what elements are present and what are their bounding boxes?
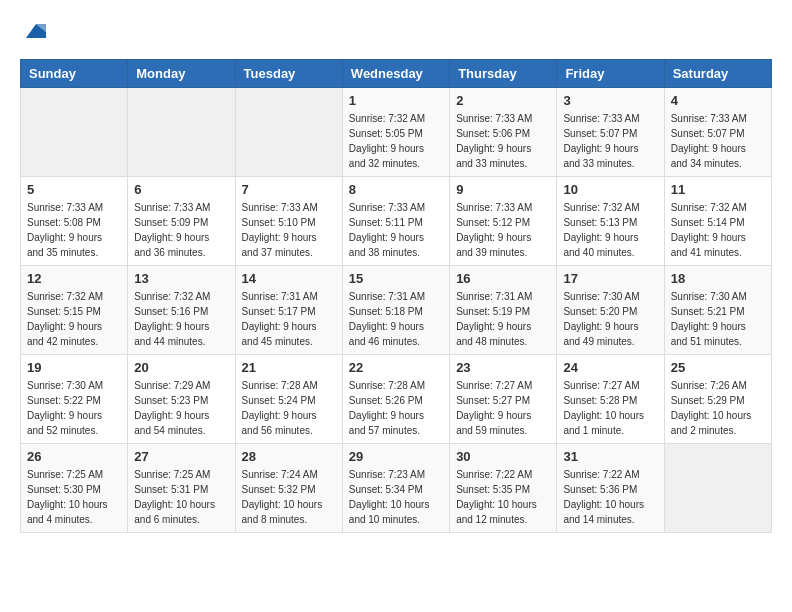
calendar-day: 18Sunrise: 7:30 AMSunset: 5:21 PMDayligh… xyxy=(664,266,771,355)
day-info: Sunrise: 7:31 AMSunset: 5:18 PMDaylight:… xyxy=(349,289,443,349)
day-number: 10 xyxy=(563,182,657,197)
calendar-day: 17Sunrise: 7:30 AMSunset: 5:20 PMDayligh… xyxy=(557,266,664,355)
calendar-day: 15Sunrise: 7:31 AMSunset: 5:18 PMDayligh… xyxy=(342,266,449,355)
calendar-day: 30Sunrise: 7:22 AMSunset: 5:35 PMDayligh… xyxy=(450,444,557,533)
calendar-day: 6Sunrise: 7:33 AMSunset: 5:09 PMDaylight… xyxy=(128,177,235,266)
day-number: 21 xyxy=(242,360,336,375)
day-info: Sunrise: 7:22 AMSunset: 5:36 PMDaylight:… xyxy=(563,467,657,527)
calendar-day: 2Sunrise: 7:33 AMSunset: 5:06 PMDaylight… xyxy=(450,88,557,177)
calendar-day: 13Sunrise: 7:32 AMSunset: 5:16 PMDayligh… xyxy=(128,266,235,355)
day-header-sunday: Sunday xyxy=(21,60,128,88)
day-info: Sunrise: 7:33 AMSunset: 5:07 PMDaylight:… xyxy=(563,111,657,171)
calendar-week-4: 19Sunrise: 7:30 AMSunset: 5:22 PMDayligh… xyxy=(21,355,772,444)
calendar-day: 22Sunrise: 7:28 AMSunset: 5:26 PMDayligh… xyxy=(342,355,449,444)
day-info: Sunrise: 7:26 AMSunset: 5:29 PMDaylight:… xyxy=(671,378,765,438)
day-number: 11 xyxy=(671,182,765,197)
logo-icon xyxy=(22,20,46,44)
day-number: 20 xyxy=(134,360,228,375)
day-number: 3 xyxy=(563,93,657,108)
day-number: 24 xyxy=(563,360,657,375)
calendar-day: 12Sunrise: 7:32 AMSunset: 5:15 PMDayligh… xyxy=(21,266,128,355)
day-info: Sunrise: 7:27 AMSunset: 5:28 PMDaylight:… xyxy=(563,378,657,438)
day-header-friday: Friday xyxy=(557,60,664,88)
calendar-day: 24Sunrise: 7:27 AMSunset: 5:28 PMDayligh… xyxy=(557,355,664,444)
day-info: Sunrise: 7:28 AMSunset: 5:24 PMDaylight:… xyxy=(242,378,336,438)
day-number: 15 xyxy=(349,271,443,286)
calendar-day: 26Sunrise: 7:25 AMSunset: 5:30 PMDayligh… xyxy=(21,444,128,533)
page-header xyxy=(20,20,772,49)
day-number: 26 xyxy=(27,449,121,464)
day-header-thursday: Thursday xyxy=(450,60,557,88)
day-number: 16 xyxy=(456,271,550,286)
day-number: 23 xyxy=(456,360,550,375)
day-number: 1 xyxy=(349,93,443,108)
day-number: 4 xyxy=(671,93,765,108)
calendar-day xyxy=(664,444,771,533)
day-info: Sunrise: 7:32 AMSunset: 5:14 PMDaylight:… xyxy=(671,200,765,260)
day-header-tuesday: Tuesday xyxy=(235,60,342,88)
day-header-monday: Monday xyxy=(128,60,235,88)
day-info: Sunrise: 7:22 AMSunset: 5:35 PMDaylight:… xyxy=(456,467,550,527)
day-info: Sunrise: 7:24 AMSunset: 5:32 PMDaylight:… xyxy=(242,467,336,527)
calendar-day: 19Sunrise: 7:30 AMSunset: 5:22 PMDayligh… xyxy=(21,355,128,444)
calendar-header-row: SundayMondayTuesdayWednesdayThursdayFrid… xyxy=(21,60,772,88)
calendar-week-2: 5Sunrise: 7:33 AMSunset: 5:08 PMDaylight… xyxy=(21,177,772,266)
calendar-table: SundayMondayTuesdayWednesdayThursdayFrid… xyxy=(20,59,772,533)
day-info: Sunrise: 7:32 AMSunset: 5:16 PMDaylight:… xyxy=(134,289,228,349)
day-info: Sunrise: 7:30 AMSunset: 5:22 PMDaylight:… xyxy=(27,378,121,438)
calendar-day xyxy=(128,88,235,177)
day-number: 28 xyxy=(242,449,336,464)
day-number: 18 xyxy=(671,271,765,286)
day-info: Sunrise: 7:32 AMSunset: 5:13 PMDaylight:… xyxy=(563,200,657,260)
day-number: 17 xyxy=(563,271,657,286)
calendar-day: 5Sunrise: 7:33 AMSunset: 5:08 PMDaylight… xyxy=(21,177,128,266)
logo xyxy=(20,20,46,49)
day-number: 8 xyxy=(349,182,443,197)
day-number: 14 xyxy=(242,271,336,286)
calendar-week-5: 26Sunrise: 7:25 AMSunset: 5:30 PMDayligh… xyxy=(21,444,772,533)
calendar-day: 8Sunrise: 7:33 AMSunset: 5:11 PMDaylight… xyxy=(342,177,449,266)
day-info: Sunrise: 7:33 AMSunset: 5:11 PMDaylight:… xyxy=(349,200,443,260)
calendar-day: 20Sunrise: 7:29 AMSunset: 5:23 PMDayligh… xyxy=(128,355,235,444)
calendar-day: 16Sunrise: 7:31 AMSunset: 5:19 PMDayligh… xyxy=(450,266,557,355)
calendar-day: 25Sunrise: 7:26 AMSunset: 5:29 PMDayligh… xyxy=(664,355,771,444)
day-header-wednesday: Wednesday xyxy=(342,60,449,88)
calendar-day: 4Sunrise: 7:33 AMSunset: 5:07 PMDaylight… xyxy=(664,88,771,177)
day-number: 25 xyxy=(671,360,765,375)
calendar-day: 14Sunrise: 7:31 AMSunset: 5:17 PMDayligh… xyxy=(235,266,342,355)
day-info: Sunrise: 7:28 AMSunset: 5:26 PMDaylight:… xyxy=(349,378,443,438)
day-number: 5 xyxy=(27,182,121,197)
day-info: Sunrise: 7:32 AMSunset: 5:15 PMDaylight:… xyxy=(27,289,121,349)
calendar-day: 11Sunrise: 7:32 AMSunset: 5:14 PMDayligh… xyxy=(664,177,771,266)
day-info: Sunrise: 7:33 AMSunset: 5:06 PMDaylight:… xyxy=(456,111,550,171)
day-number: 27 xyxy=(134,449,228,464)
calendar-day: 1Sunrise: 7:32 AMSunset: 5:05 PMDaylight… xyxy=(342,88,449,177)
calendar-day: 23Sunrise: 7:27 AMSunset: 5:27 PMDayligh… xyxy=(450,355,557,444)
day-info: Sunrise: 7:25 AMSunset: 5:30 PMDaylight:… xyxy=(27,467,121,527)
day-info: Sunrise: 7:33 AMSunset: 5:08 PMDaylight:… xyxy=(27,200,121,260)
day-info: Sunrise: 7:27 AMSunset: 5:27 PMDaylight:… xyxy=(456,378,550,438)
day-number: 29 xyxy=(349,449,443,464)
calendar-day: 29Sunrise: 7:23 AMSunset: 5:34 PMDayligh… xyxy=(342,444,449,533)
day-number: 22 xyxy=(349,360,443,375)
calendar-day: 28Sunrise: 7:24 AMSunset: 5:32 PMDayligh… xyxy=(235,444,342,533)
day-number: 19 xyxy=(27,360,121,375)
day-number: 2 xyxy=(456,93,550,108)
calendar-day: 10Sunrise: 7:32 AMSunset: 5:13 PMDayligh… xyxy=(557,177,664,266)
day-info: Sunrise: 7:30 AMSunset: 5:21 PMDaylight:… xyxy=(671,289,765,349)
day-info: Sunrise: 7:31 AMSunset: 5:17 PMDaylight:… xyxy=(242,289,336,349)
day-number: 9 xyxy=(456,182,550,197)
day-number: 13 xyxy=(134,271,228,286)
day-number: 30 xyxy=(456,449,550,464)
calendar-day: 7Sunrise: 7:33 AMSunset: 5:10 PMDaylight… xyxy=(235,177,342,266)
day-info: Sunrise: 7:25 AMSunset: 5:31 PMDaylight:… xyxy=(134,467,228,527)
day-number: 31 xyxy=(563,449,657,464)
calendar-week-1: 1Sunrise: 7:32 AMSunset: 5:05 PMDaylight… xyxy=(21,88,772,177)
day-info: Sunrise: 7:30 AMSunset: 5:20 PMDaylight:… xyxy=(563,289,657,349)
day-header-saturday: Saturday xyxy=(664,60,771,88)
calendar-day: 3Sunrise: 7:33 AMSunset: 5:07 PMDaylight… xyxy=(557,88,664,177)
day-info: Sunrise: 7:31 AMSunset: 5:19 PMDaylight:… xyxy=(456,289,550,349)
calendar-day: 27Sunrise: 7:25 AMSunset: 5:31 PMDayligh… xyxy=(128,444,235,533)
calendar-day xyxy=(21,88,128,177)
day-info: Sunrise: 7:33 AMSunset: 5:10 PMDaylight:… xyxy=(242,200,336,260)
